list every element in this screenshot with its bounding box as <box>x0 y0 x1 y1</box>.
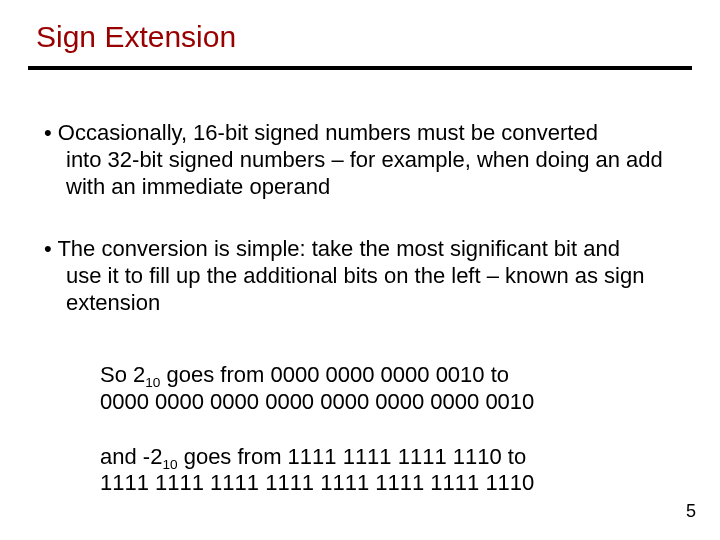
bullet-2: • The conversion is simple: take the mos… <box>44 236 680 316</box>
bullet-1-line1: • Occasionally, 16-bit signed numbers mu… <box>44 120 598 145</box>
example-2-prefix: and -2 <box>100 444 162 469</box>
bullet-2-rest: use it to fill up the additional bits on… <box>44 263 680 317</box>
example-1: So 210 goes from 0000 0000 0000 0010 to … <box>100 362 660 416</box>
body-text: • Occasionally, 16-bit signed numbers mu… <box>44 120 680 353</box>
bullet-1-rest: into 32-bit signed numbers – for example… <box>44 147 680 201</box>
title-underline <box>28 66 692 70</box>
slide: Sign Extension • Occasionally, 16-bit si… <box>0 0 720 540</box>
slide-title: Sign Extension <box>36 20 236 54</box>
bullet-1: • Occasionally, 16-bit signed numbers mu… <box>44 120 680 200</box>
example-1-prefix: So 2 <box>100 362 145 387</box>
page-number: 5 <box>686 501 696 522</box>
examples-block: So 210 goes from 0000 0000 0000 0010 to … <box>100 362 660 525</box>
example-1-line2: 0000 0000 0000 0000 0000 0000 0000 0010 <box>100 389 534 414</box>
bullet-2-line1: • The conversion is simple: take the mos… <box>44 236 620 261</box>
example-1-mid: goes from 0000 0000 0000 0010 to <box>160 362 509 387</box>
example-2: and -210 goes from 1111 1111 1111 1110 t… <box>100 444 660 498</box>
example-2-line2: 1111 1111 1111 1111 1111 1111 1111 1110 <box>100 470 534 495</box>
example-2-mid: goes from 1111 1111 1111 1110 to <box>178 444 527 469</box>
